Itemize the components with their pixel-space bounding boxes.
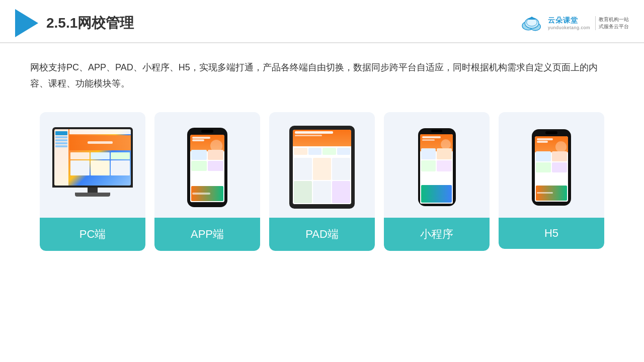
mini-phone-mockup bbox=[418, 128, 456, 206]
h5-phone-notch bbox=[545, 131, 557, 134]
pc-screen-ui bbox=[54, 129, 131, 186]
pc-label: PC端 bbox=[40, 218, 145, 251]
h5-phone-mockup bbox=[532, 129, 571, 206]
pc-content bbox=[69, 129, 131, 186]
mini-phone-screen bbox=[420, 134, 453, 204]
mini-phone-cards bbox=[421, 148, 452, 171]
brand-tagline: 教育机构一站 式服务云平台 bbox=[595, 16, 629, 30]
phone-notch bbox=[201, 130, 213, 133]
mini-phone-bottom bbox=[421, 185, 452, 203]
miniprogram-card: 小程序 bbox=[384, 112, 490, 251]
page-title: 2.5.1网校管理 bbox=[46, 14, 134, 33]
h5-image-area bbox=[499, 112, 604, 218]
svg-rect-4 bbox=[528, 19, 535, 20]
tablet-hero bbox=[295, 131, 349, 146]
miniprogram-image-area bbox=[384, 112, 490, 218]
phone-screen-content bbox=[190, 135, 224, 202]
brand-text: 云朵课堂 yunduoketang.com bbox=[548, 16, 590, 30]
tablet-content-grid bbox=[294, 158, 350, 203]
mini-phone-content bbox=[420, 134, 453, 204]
tablet-screen bbox=[293, 130, 351, 204]
pc-card: PC端 bbox=[40, 112, 145, 251]
header-right: 云朵课堂 yunduoketang.com 教育机构一站 式服务云平台 bbox=[519, 14, 629, 32]
h5-card: H5 bbox=[499, 112, 604, 249]
app-card: APP端 bbox=[154, 112, 260, 251]
header: 2.5.1网校管理 云朵课堂 yunduoketang.com 教育机构一站 式… bbox=[0, 0, 644, 43]
app-label: APP端 bbox=[154, 218, 260, 251]
brand-name: 云朵课堂 bbox=[548, 16, 578, 25]
brand-logo: 云朵课堂 yunduoketang.com 教育机构一站 式服务云平台 bbox=[519, 14, 629, 32]
svg-marker-5 bbox=[528, 17, 535, 19]
description-paragraph: 网校支持PC、APP、PAD、小程序、H5，实现多端打通，产品各终端自由切换，数… bbox=[30, 59, 614, 92]
miniprogram-label: 小程序 bbox=[384, 218, 490, 251]
pc-image-area bbox=[40, 112, 145, 218]
device-cards-container: PC端 bbox=[0, 97, 644, 266]
description-text: 网校支持PC、APP、PAD、小程序、H5，实现多端打通，产品各终端自由切换，数… bbox=[0, 43, 644, 97]
pad-card: PAD端 bbox=[269, 112, 375, 251]
phone-banner bbox=[191, 186, 223, 201]
cloud-icon bbox=[519, 14, 545, 32]
logo-triangle-icon bbox=[15, 9, 38, 37]
h5-phone-content bbox=[535, 136, 568, 202]
brand-url: yunduoketang.com bbox=[548, 25, 590, 30]
h5-phone-screen bbox=[535, 136, 568, 202]
pad-image-area bbox=[269, 112, 375, 218]
phone-cards bbox=[191, 150, 223, 171]
tablet-screen-content bbox=[293, 130, 351, 204]
pad-label: PAD端 bbox=[269, 218, 375, 251]
h5-label: H5 bbox=[499, 218, 604, 249]
phone-mockup bbox=[187, 128, 227, 207]
pc-mockup bbox=[50, 127, 135, 208]
phone-screen bbox=[190, 135, 224, 202]
mini-phone-notch bbox=[431, 130, 442, 132]
tablet-nav bbox=[294, 148, 350, 155]
pc-screen-inner bbox=[54, 129, 131, 186]
h5-banner bbox=[536, 186, 567, 201]
pc-sidebar bbox=[54, 129, 68, 186]
h5-cards bbox=[536, 151, 567, 172]
pc-base bbox=[75, 193, 110, 197]
tablet-mockup bbox=[289, 126, 355, 209]
pc-neck bbox=[88, 188, 98, 193]
pc-screen-frame bbox=[52, 127, 133, 188]
app-image-area bbox=[154, 112, 260, 218]
header-left: 2.5.1网校管理 bbox=[15, 9, 134, 37]
